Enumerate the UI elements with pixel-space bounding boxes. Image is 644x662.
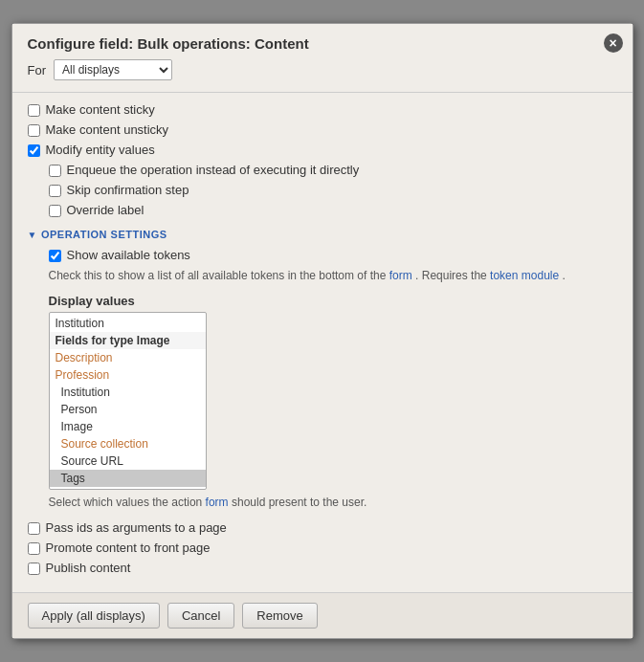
make-content-unsticky-label[interactable]: Make content unsticky — [46, 122, 169, 137]
modal-body: Make content sticky Make content unstick… — [12, 93, 633, 592]
show-tokens-checkbox[interactable] — [49, 250, 61, 262]
form-link[interactable]: form — [389, 269, 412, 282]
operation-settings-header[interactable]: ▼ Operation Settings — [28, 229, 617, 240]
pass-ids-row: Pass ids as arguments to a page — [28, 520, 617, 535]
display-values-listbox[interactable]: Institution Fields for type Image Descri… — [49, 312, 207, 490]
for-label: For — [28, 63, 47, 77]
modify-entity-values-label[interactable]: Modify entity values — [46, 143, 155, 157]
operation-settings-section: ▼ Operation Settings Show available toke… — [28, 229, 617, 509]
display-values-listbox-container: Institution Fields for type Image Descri… — [49, 312, 617, 490]
display-values-label: Display values — [49, 294, 617, 308]
publish-content-row: Publish content — [28, 561, 617, 575]
skip-confirmation-checkbox[interactable] — [49, 185, 61, 197]
skip-confirmation-label[interactable]: Skip confirmation step — [67, 183, 189, 197]
show-tokens-row: Show available tokens — [49, 248, 617, 262]
enqueue-operation-label[interactable]: Enqueue the operation instead of executi… — [67, 163, 360, 177]
remove-button[interactable]: Remove — [242, 603, 317, 629]
publish-content-checkbox[interactable] — [28, 563, 40, 575]
enqueue-operation-checkbox[interactable] — [49, 165, 61, 177]
for-row: For All displays Selected displays — [28, 59, 617, 80]
make-content-sticky-label[interactable]: Make content sticky — [46, 102, 155, 117]
promote-content-label[interactable]: Promote content to front page — [46, 541, 211, 555]
pass-ids-checkbox[interactable] — [28, 522, 40, 535]
modify-entity-values-row: Modify entity values — [28, 143, 617, 157]
modal-footer: Apply (all displays) Cancel Remove — [12, 592, 633, 638]
token-module-link[interactable]: token module — [490, 269, 559, 282]
operation-settings-label: Operation Settings — [41, 229, 167, 240]
override-label-label[interactable]: Override label — [67, 203, 144, 217]
make-content-unsticky-checkbox[interactable] — [28, 124, 40, 137]
make-content-unsticky-row: Make content unsticky — [28, 122, 617, 137]
apply-button[interactable]: Apply (all displays) — [28, 603, 160, 629]
for-select[interactable]: All displays Selected displays — [54, 59, 172, 80]
show-tokens-help: Check this to show a list of all availab… — [49, 268, 617, 284]
make-content-sticky-checkbox[interactable] — [28, 104, 40, 117]
cancel-button[interactable]: Cancel — [167, 603, 234, 629]
listbox-help-text: Select which values the action form shou… — [49, 496, 617, 509]
skip-confirmation-row: Skip confirmation step — [49, 183, 617, 197]
override-label-checkbox[interactable] — [49, 205, 61, 217]
modal-title: Configure field: Bulk operations: Conten… — [28, 35, 617, 52]
extra-checkboxes-section: Pass ids as arguments to a page Promote … — [28, 520, 617, 575]
display-form-link[interactable]: form — [206, 496, 229, 509]
enqueue-operation-row: Enqueue the operation instead of executi… — [49, 163, 617, 177]
make-content-sticky-row: Make content sticky — [28, 102, 617, 117]
triangle-icon: ▼ — [28, 230, 37, 240]
modal-dialog: Configure field: Bulk operations: Conten… — [11, 23, 633, 639]
close-button[interactable]: × — [604, 33, 623, 53]
show-tokens-label[interactable]: Show available tokens — [67, 248, 190, 262]
publish-content-label[interactable]: Publish content — [46, 561, 131, 575]
modal-header: Configure field: Bulk operations: Conten… — [12, 24, 633, 93]
override-label-row: Override label — [49, 203, 617, 217]
promote-content-row: Promote content to front page — [28, 541, 617, 555]
modify-entity-values-checkbox[interactable] — [28, 144, 40, 157]
promote-content-checkbox[interactable] — [28, 542, 40, 555]
pass-ids-label[interactable]: Pass ids as arguments to a page — [46, 520, 227, 535]
